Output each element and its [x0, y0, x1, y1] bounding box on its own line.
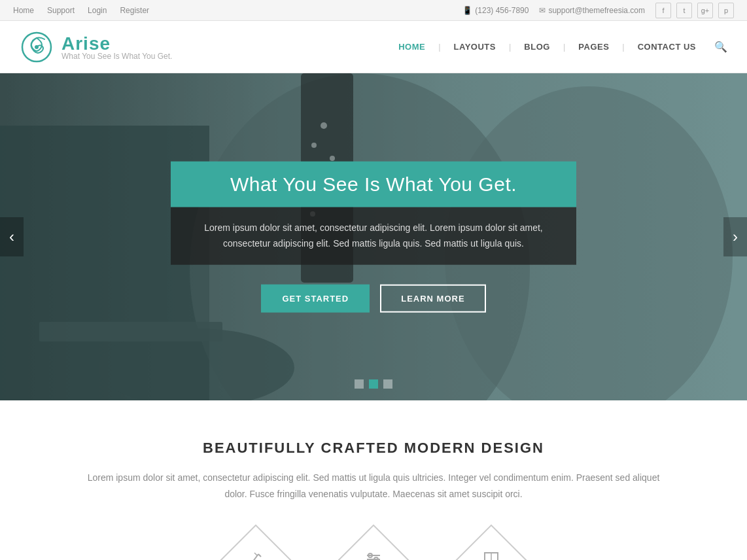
features-title: BEAUTIFULLY CRAFTED MODERN DESIGN [52, 440, 695, 457]
slider-dot-1[interactable] [355, 379, 364, 389]
logo-icon [20, 30, 54, 64]
phone-icon: 📱 [462, 6, 472, 15]
logo-tagline: What You See Is What You Get. [61, 52, 172, 61]
slider-dots [355, 379, 392, 389]
learn-more-button[interactable]: LEARN MORE [380, 284, 485, 312]
slide-description: Lorem ipsum dolor sit amet, consectetur … [190, 220, 557, 252]
search-icon[interactable]: 🔍 [714, 41, 727, 53]
pinterest-icon[interactable]: p [718, 3, 734, 18]
social-icons: f t g+ p [655, 3, 734, 18]
slider-dot-2[interactable] [369, 379, 378, 389]
nav-contact[interactable]: CONTACT US [629, 37, 705, 57]
logo-area: Arise What You See Is What You Get. [20, 30, 172, 64]
nav-divider-2: | [509, 42, 511, 52]
features-icons [52, 535, 695, 560]
layout-icon [481, 549, 502, 560]
email-icon: ✉ [539, 6, 546, 15]
nav-layouts[interactable]: LAYOUTS [445, 37, 505, 57]
topbar-home-link[interactable]: Home [13, 6, 34, 15]
email-info: ✉ support@themefreesia.com [539, 6, 645, 15]
nav-home[interactable]: HOME [389, 37, 434, 57]
slide-title: What You See Is What You Get. [190, 173, 557, 196]
slide-title-box: What You See Is What You Get. [171, 162, 576, 207]
email-address: support@themefreesia.com [548, 6, 645, 15]
top-bar-nav: Home Support Login Register [13, 6, 149, 15]
header: Arise What You See Is What You Get. HOME… [0, 21, 747, 73]
logo-text: Arise What You See Is What You Get. [61, 33, 172, 61]
googleplus-icon[interactable]: g+ [697, 3, 713, 18]
pencil-icon [245, 549, 266, 560]
topbar-register-link[interactable]: Register [120, 6, 149, 15]
hero-prev-arrow[interactable]: ‹ [0, 217, 24, 256]
phone-number: (123) 456-7890 [475, 6, 529, 15]
main-nav: HOME | LAYOUTS | BLOG | PAGES | CONTACT … [389, 37, 727, 57]
hero-slider: ‹ › What You See Is What You Get. Lorem … [0, 73, 747, 400]
feature-item-1 [230, 535, 282, 560]
svg-line-17 [258, 554, 261, 557]
feature-sliders-icon [336, 525, 410, 560]
nav-divider-1: | [438, 42, 440, 52]
feature-item-3 [465, 535, 517, 560]
features-section: BEAUTIFULLY CRAFTED MODERN DESIGN Lorem … [0, 400, 747, 560]
get-started-button[interactable]: GET STARTED [261, 284, 370, 312]
slider-dot-3[interactable] [383, 379, 392, 389]
slide-content: What You See Is What You Get. Lorem ipsu… [171, 162, 576, 313]
feature-item-2 [347, 535, 400, 560]
facebook-icon[interactable]: f [655, 3, 671, 18]
phone-info: 📱 (123) 456-7890 [462, 6, 529, 15]
slide-desc-box: Lorem ipsum dolor sit amet, consectetur … [171, 207, 576, 265]
sliders-icon [363, 549, 384, 560]
nav-divider-4: | [622, 42, 624, 52]
features-description: Lorem ipsum dolor sit amet, consectetur … [86, 470, 661, 502]
twitter-icon[interactable]: t [676, 3, 692, 18]
topbar-login-link[interactable]: Login [88, 6, 107, 15]
top-bar: Home Support Login Register 📱 (123) 456-… [0, 0, 747, 21]
contact-info: 📱 (123) 456-7890 ✉ support@themefreesia.… [462, 6, 645, 15]
feature-layout-icon [454, 525, 528, 560]
nav-blog[interactable]: BLOG [515, 37, 559, 57]
nav-divider-3: | [563, 42, 565, 52]
topbar-support-link[interactable]: Support [47, 6, 75, 15]
slide-buttons: GET STARTED LEARN MORE [171, 284, 576, 312]
nav-pages[interactable]: PAGES [569, 37, 618, 57]
svg-line-19 [254, 553, 257, 555]
top-bar-right: 📱 (123) 456-7890 ✉ support@themefreesia.… [462, 3, 734, 18]
feature-pencil-icon [218, 525, 292, 560]
hero-next-arrow[interactable]: › [723, 217, 747, 256]
